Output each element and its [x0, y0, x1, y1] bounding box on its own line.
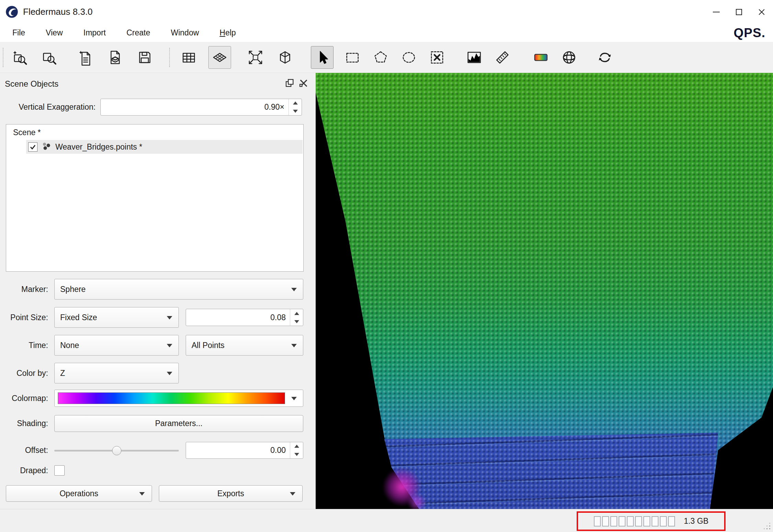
- scene-tree-root[interactable]: Scene *: [6, 124, 303, 137]
- spin-down-button[interactable]: [290, 450, 303, 459]
- close-icon: [758, 9, 765, 15]
- spin-up-button[interactable]: [289, 99, 302, 107]
- minimize-button[interactable]: [705, 0, 728, 24]
- operations-button[interactable]: Operations: [6, 485, 152, 502]
- menu-window[interactable]: Window: [161, 25, 209, 40]
- offset-spinner: [290, 442, 303, 458]
- save-button[interactable]: [133, 46, 156, 69]
- select-cursor-button[interactable]: [311, 46, 334, 69]
- lasso-select-button[interactable]: [398, 46, 420, 69]
- offset-input[interactable]: 0.00: [186, 442, 303, 459]
- close-panel-button[interactable]: [299, 78, 308, 88]
- color-by-combobox[interactable]: Z: [54, 363, 179, 383]
- mesh-sphere-button[interactable]: [558, 46, 580, 69]
- menu-help[interactable]: Help: [209, 25, 246, 40]
- viewport-3d[interactable]: [316, 73, 773, 509]
- resize-grip[interactable]: [769, 528, 770, 529]
- menu-view[interactable]: View: [35, 25, 73, 40]
- spin-up-button[interactable]: [290, 309, 303, 317]
- import-surface-button[interactable]: [104, 46, 127, 69]
- measure-button[interactable]: [491, 46, 514, 69]
- menubar: File View Import Create Window Help QPS.: [0, 24, 773, 42]
- app-logo-icon: [6, 6, 18, 18]
- import-file-button[interactable]: [74, 46, 97, 69]
- clear-selection-button[interactable]: [426, 46, 448, 69]
- open-scene-button[interactable]: [38, 46, 61, 69]
- maximize-button[interactable]: [728, 0, 750, 24]
- rotate-view-button[interactable]: [594, 46, 616, 69]
- shading-parameters-button[interactable]: Parameters...: [54, 415, 303, 432]
- vertical-exaggeration-input[interactable]: 0.90×: [100, 99, 302, 116]
- new-scene-button[interactable]: [8, 46, 31, 69]
- memory-progress-segments: [594, 516, 675, 526]
- rectangle-select-button[interactable]: [341, 46, 364, 69]
- float-panel-icon: [285, 78, 295, 88]
- time-mode-combobox[interactable]: None: [54, 335, 179, 356]
- spin-down-button[interactable]: [290, 317, 303, 326]
- offset-label: Offset:: [0, 442, 48, 459]
- check-icon: [29, 143, 36, 151]
- toolbar: [0, 42, 773, 73]
- point-size-input[interactable]: 0.08: [186, 309, 303, 326]
- statusbar: 1.3 GB: [0, 509, 773, 532]
- colormap-icon: [533, 49, 549, 66]
- colormap-label: Colormap:: [0, 390, 48, 407]
- zoom-extents-button[interactable]: [244, 46, 267, 69]
- point-size-mode-combobox[interactable]: Fixed Size: [54, 307, 179, 328]
- qps-logo: QPS.: [734, 26, 765, 40]
- grid-view-icon: [181, 49, 197, 66]
- toolbar-separator: [3, 48, 3, 67]
- exports-button[interactable]: Exports: [159, 485, 303, 502]
- vertical-exaggeration-spinner: [288, 99, 302, 115]
- scene-item-label: Weaver_Bridges.points *: [55, 142, 142, 152]
- shading-label: Shading:: [0, 415, 48, 432]
- time-points-combobox[interactable]: All Points: [186, 335, 303, 356]
- points-object-icon: [42, 141, 51, 152]
- arrow-down-icon: [294, 453, 299, 456]
- arrow-down-icon: [293, 110, 298, 113]
- spin-down-button[interactable]: [289, 107, 302, 116]
- histogram-icon: [466, 49, 482, 66]
- rotate-view-icon: [597, 49, 613, 66]
- item-visibility-checkbox[interactable]: [28, 142, 37, 152]
- colormap-button[interactable]: [530, 46, 552, 69]
- draped-checkbox[interactable]: [54, 465, 65, 476]
- panel-title: Scene Objects: [5, 79, 58, 89]
- new-scene-icon: [11, 49, 28, 66]
- arrow-up-icon: [294, 445, 299, 448]
- import-surface-icon: [107, 49, 123, 66]
- import-file-icon: [77, 49, 94, 66]
- vertical-exaggeration-value: 0.90×: [264, 99, 284, 115]
- menu-create[interactable]: Create: [116, 25, 161, 40]
- bounding-cube-button[interactable]: [274, 46, 296, 69]
- shaded-surface-button[interactable]: [208, 46, 231, 69]
- save-icon: [137, 49, 153, 66]
- lasso-select-icon: [401, 49, 417, 66]
- clear-selection-icon: [429, 49, 445, 66]
- memory-usage-text: 1.3 GB: [684, 517, 709, 526]
- magenta-points: [406, 495, 428, 509]
- spin-up-button[interactable]: [290, 442, 303, 450]
- toolbar-separator: [169, 48, 170, 67]
- menu-file[interactable]: File: [2, 25, 35, 40]
- point-size-value: 0.08: [270, 309, 286, 326]
- arrow-up-icon: [293, 101, 298, 105]
- offset-slider[interactable]: [54, 445, 179, 456]
- colormap-combobox[interactable]: [54, 390, 303, 407]
- measure-icon: [494, 49, 511, 66]
- window-controls: [705, 0, 773, 24]
- rectangle-select-icon: [344, 49, 361, 66]
- marker-combobox[interactable]: Sphere: [54, 279, 303, 300]
- scene-objects-panel: Scene Objects Vertical Exaggeration: 0.9…: [0, 73, 316, 509]
- float-panel-button[interactable]: [285, 78, 295, 88]
- scene-tree-item[interactable]: Weaver_Bridges.points *: [26, 140, 303, 154]
- menu-import[interactable]: Import: [73, 25, 116, 40]
- memory-usage-highlight: 1.3 GB: [577, 511, 726, 531]
- grid-view-button[interactable]: [177, 46, 200, 69]
- slider-handle[interactable]: [112, 446, 121, 455]
- app-window: Fledermaus 8.3.0 File View Import Create…: [0, 0, 773, 532]
- close-button[interactable]: [750, 0, 773, 24]
- scene-tree: Scene * Weaver_Bridges.points *: [6, 124, 304, 272]
- polygon-select-button[interactable]: [369, 46, 392, 69]
- histogram-button[interactable]: [463, 46, 486, 69]
